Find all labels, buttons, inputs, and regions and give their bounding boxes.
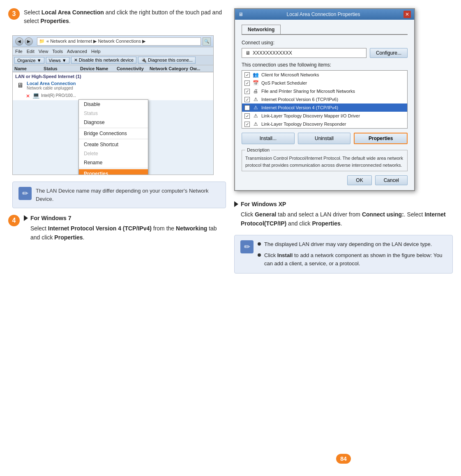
- item-checkbox-client[interactable]: [244, 72, 250, 78]
- item-row-ipv4[interactable]: ⚠ Internet Protocol Version 4 (TCP/IPv4): [242, 103, 407, 112]
- ctx-sep2: [79, 139, 148, 139]
- connect-using-field: 🖥 XXXXXXXXXXXX: [242, 48, 366, 58]
- note-icon-right: ✏: [240, 240, 254, 253]
- win7-body: Select Internet Protocol Version 4 (TCP/…: [30, 224, 226, 242]
- note-bullet-1: The displayed LAN driver may vary depend…: [258, 240, 447, 249]
- ctx-disable[interactable]: Disable: [79, 100, 148, 109]
- dialog-action-buttons: Install... Uninstall Properties: [242, 133, 408, 144]
- search-box[interactable]: 🔍: [203, 37, 211, 46]
- items-label: This connection uses the following items…: [242, 62, 408, 68]
- ctx-diagnose[interactable]: Diagnose: [79, 118, 148, 127]
- ctx-properties[interactable]: Properties: [79, 169, 148, 175]
- ctx-rename[interactable]: Rename: [79, 158, 148, 167]
- connect-using-row: 🖥 XXXXXXXXXXXX Configure...: [242, 48, 408, 58]
- item-icon-client: 👥: [252, 72, 259, 78]
- col-header-device: Device Name: [80, 66, 117, 71]
- screenshot-toolbar: ◀ ▶ 📁 « Network and Internet ▶ Network C…: [13, 36, 213, 47]
- lan-properties-dialog[interactable]: 🖥 Local Area Connection Properties ✕ Net…: [234, 8, 415, 191]
- win7-substep-header: For Windows 7: [24, 215, 226, 221]
- note-bullet-2-text: Click Install to add a network component…: [264, 251, 447, 269]
- item-checkbox-ipv6[interactable]: [244, 97, 250, 102]
- connection-name: Local Area Connection: [27, 81, 211, 86]
- menu-tools[interactable]: Tools: [52, 49, 63, 54]
- step4-content: For Windows 7 Select Internet Protocol V…: [24, 215, 226, 242]
- tab-networking[interactable]: Networking: [242, 25, 281, 34]
- screenshot-menubar: File Edit View Tools Advanced Help: [13, 47, 213, 55]
- connect-using-label: Connect using:: [242, 40, 408, 46]
- install-button[interactable]: Install...: [242, 133, 295, 144]
- connection-status: Network cable unplugged: [27, 86, 211, 90]
- ctx-shortcut[interactable]: Create Shortcut: [79, 140, 148, 149]
- step3-note: ✏ The LAN Device name may differ dependi…: [12, 182, 226, 208]
- item-row-ipv6[interactable]: ⚠ Internet Protocol Version 6 (TCP/IPv6): [242, 95, 407, 103]
- win7-title: For Windows 7: [30, 215, 71, 221]
- step4-container: 4 For Windows 7 Select Internet Protocol…: [8, 215, 226, 242]
- winxp-body: Click General tab and select a LAN drive…: [241, 210, 453, 228]
- item-row-lltdresponder[interactable]: ⚠ Link-Layer Topology Discovery Responde…: [242, 120, 407, 128]
- page-number-container: 84: [234, 450, 453, 468]
- nc-table-header: Name Status Device Name Connectivity Net…: [13, 65, 213, 72]
- organize-button[interactable]: Organize ▼: [14, 57, 44, 64]
- col-header-connectivity: Connectivity: [117, 66, 150, 71]
- ok-button[interactable]: OK: [347, 175, 371, 185]
- tab-bar: Networking: [242, 25, 408, 35]
- views-button[interactable]: Views ▼: [46, 57, 69, 64]
- address-bar[interactable]: 📁 « Network and Internet ▶ Network Conne…: [37, 37, 201, 46]
- item-row-fileprint[interactable]: 🖨 File and Printer Sharing for Microsoft…: [242, 87, 407, 95]
- note-icon: ✏: [18, 187, 32, 200]
- uninstall-button[interactable]: Uninstall: [298, 133, 351, 144]
- network-icon: 🖥: [17, 82, 23, 89]
- left-column: 3 Select Local Area Connection and click…: [8, 8, 226, 468]
- winxp-substep-header: For Windows XP: [234, 201, 453, 207]
- connect-using-value: XXXXXXXXXXXX: [253, 50, 292, 56]
- menu-edit[interactable]: Edit: [27, 49, 35, 54]
- nc-group-label: LAN or High-Speed Internet (1): [15, 74, 211, 79]
- dialog-close-button[interactable]: ✕: [403, 11, 411, 18]
- description-legend: Description: [245, 147, 271, 152]
- col-header-netcat: Network Category: [150, 66, 190, 71]
- description-group: Description Transmission Control Protoco…: [242, 147, 408, 171]
- adapter-name: Intel(R) PRO/100...: [41, 93, 76, 98]
- ctx-status: Status: [79, 109, 148, 118]
- bullet-icon-2: [258, 253, 261, 257]
- ctx-bridge[interactable]: Bridge Connections: [79, 129, 148, 138]
- dialog-titlebar: 🖥 Local Area Connection Properties ✕: [235, 9, 414, 20]
- dialog-body: Networking Connect using: 🖥 XXXXXXXXXXXX…: [235, 20, 414, 190]
- menu-help[interactable]: Help: [91, 49, 101, 54]
- dialog-title-text: Local Area Connection Properties: [287, 11, 360, 17]
- nav-buttons: ◀ ▶: [15, 37, 33, 46]
- item-label-lltdresponder: Link-Layer Topology Discovery Responder: [261, 122, 346, 126]
- back-button[interactable]: ◀: [15, 37, 23, 46]
- item-row-lltdmapper[interactable]: ⚠ Link-Layer Topology Discovery Mapper I…: [242, 112, 407, 120]
- nc-item-lan[interactable]: 🖥 Local Area Connection Network cable un…: [15, 80, 211, 91]
- xp-section: For Windows XP Click General tab and sel…: [234, 201, 453, 228]
- menu-file[interactable]: File: [15, 49, 23, 54]
- menu-advanced[interactable]: Advanced: [67, 49, 87, 54]
- item-checkbox-lltdresponder[interactable]: [244, 122, 250, 127]
- item-checkbox-fileprint[interactable]: [244, 89, 250, 94]
- forward-button[interactable]: ▶: [25, 37, 33, 46]
- item-row-qos[interactable]: 📅 QoS Packet Scheduler: [242, 79, 407, 87]
- context-menu: Disable Status Diagnose Bridge Connectio…: [78, 99, 148, 175]
- page-number: 84: [336, 454, 351, 464]
- nc-item-sub: ✕ 💻 Intel(R) PRO/100...: [27, 92, 211, 99]
- menu-view[interactable]: View: [39, 49, 48, 54]
- item-checkbox-qos[interactable]: [244, 80, 250, 86]
- item-label-fileprint: File and Printer Sharing for Microsoft N…: [261, 89, 355, 94]
- disable-network-button[interactable]: ✕ Disable this network device: [71, 57, 136, 64]
- configure-button[interactable]: Configure...: [370, 48, 408, 58]
- step3-description: Select Local Area Connection and click t…: [24, 8, 226, 25]
- ctx-delete: Delete: [79, 149, 148, 158]
- diagnose-button[interactable]: 🔌 Diagnose this conne...: [138, 57, 196, 64]
- item-row-client[interactable]: 👥 Client for Microsoft Networks: [242, 71, 407, 79]
- item-checkbox-lltdmapper[interactable]: [244, 113, 250, 119]
- screenshot-actionbar: Organize ▼ Views ▼ ✕ Disable this networ…: [13, 55, 213, 65]
- item-checkbox-ipv4[interactable]: [244, 105, 250, 110]
- properties-button[interactable]: Properties: [354, 133, 408, 144]
- step3-header: 3 Select Local Area Connection and click…: [8, 8, 226, 25]
- ctx-sep3: [79, 168, 148, 168]
- step3-screenshot: ◀ ▶ 📁 « Network and Internet ▶ Network C…: [12, 35, 214, 175]
- cancel-button[interactable]: Cancel: [375, 175, 408, 185]
- note-bullet-1-text: The displayed LAN driver may vary depend…: [264, 240, 432, 249]
- adapter-icon: 💻: [32, 92, 39, 99]
